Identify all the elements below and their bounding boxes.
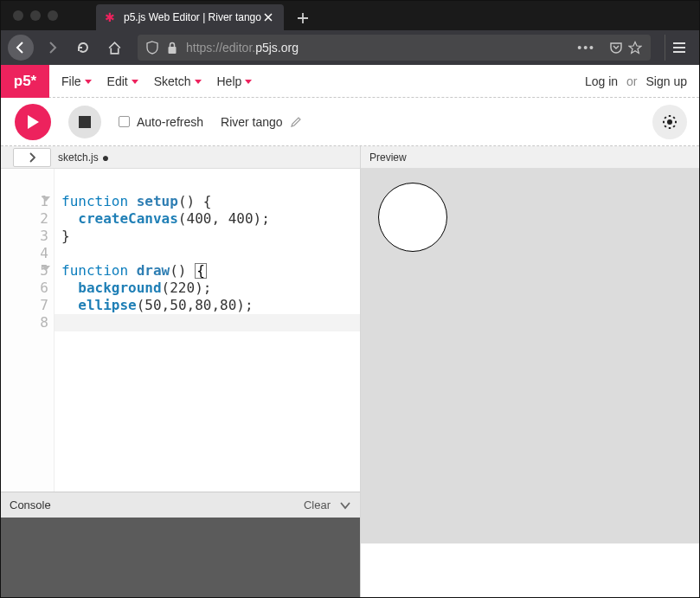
app-toolbar: Auto-refresh River tango bbox=[1, 98, 699, 146]
workspace: sketch.js● 12345678 function setup() { c… bbox=[1, 146, 699, 597]
auto-refresh-label: Auto-refresh bbox=[137, 115, 203, 129]
lock-icon[interactable] bbox=[167, 42, 177, 55]
forward-button[interactable] bbox=[39, 35, 65, 61]
preview-header: Preview bbox=[361, 146, 699, 169]
code-line: background(220); bbox=[61, 280, 270, 297]
new-tab-button[interactable] bbox=[291, 6, 315, 30]
tabstrip: ✱ p5.js Web Editor | River tango bbox=[96, 1, 699, 30]
auto-refresh-toggle[interactable]: Auto-refresh bbox=[119, 115, 203, 129]
console-header: Console Clear bbox=[1, 492, 360, 518]
browser-tab[interactable]: ✱ p5.js Web Editor | River tango bbox=[96, 4, 284, 30]
login-link[interactable]: Log in bbox=[585, 74, 618, 88]
tab-favicon: ✱ bbox=[105, 11, 117, 23]
gutter: 12345678 bbox=[1, 169, 55, 492]
console-collapse-icon[interactable] bbox=[339, 501, 351, 510]
fold-icon[interactable] bbox=[42, 196, 50, 202]
bookmark-star-icon[interactable] bbox=[628, 41, 642, 55]
file-bar: sketch.js● bbox=[1, 146, 360, 169]
preview-column: Preview bbox=[361, 146, 699, 597]
code-line: ellipse(50,50,80,80); bbox=[61, 297, 270, 314]
tab-close-button[interactable] bbox=[261, 10, 275, 24]
fold-icon[interactable] bbox=[42, 266, 50, 271]
pencil-icon bbox=[290, 116, 302, 128]
p5-logo[interactable]: p5* bbox=[1, 65, 49, 98]
caret-down-icon bbox=[195, 80, 202, 84]
minimize-window-button[interactable] bbox=[30, 10, 41, 21]
reload-button[interactable] bbox=[70, 35, 96, 61]
preview-canvas-wrap bbox=[361, 169, 699, 597]
shield-icon[interactable] bbox=[146, 41, 158, 55]
stop-icon bbox=[79, 116, 91, 128]
menu-sketch[interactable]: Sketch bbox=[154, 74, 202, 88]
svg-point-1 bbox=[667, 119, 672, 125]
preview-bottom-band bbox=[361, 543, 699, 597]
hamburger-menu-button[interactable] bbox=[665, 35, 692, 61]
line-number: 6 bbox=[1, 280, 48, 297]
sketch-name-text: River tango bbox=[221, 115, 283, 129]
filename[interactable]: sketch.js● bbox=[58, 151, 109, 164]
caret-down-icon bbox=[245, 80, 252, 84]
svg-rect-0 bbox=[169, 47, 177, 54]
line-number: 8 bbox=[1, 314, 48, 331]
line-number: 5 bbox=[1, 262, 48, 280]
settings-button[interactable] bbox=[652, 105, 687, 139]
url-text: https://editor.p5js.org bbox=[186, 41, 577, 55]
expand-files-button[interactable] bbox=[13, 148, 51, 167]
filename-text: sketch.js bbox=[58, 151, 99, 164]
code-line: function draw() { bbox=[61, 262, 270, 280]
titlebar: ✱ p5.js Web Editor | River tango bbox=[1, 1, 699, 30]
menu-label: Help bbox=[217, 74, 242, 88]
line-number: 3 bbox=[1, 228, 48, 245]
menu-edit[interactable]: Edit bbox=[107, 74, 138, 88]
close-window-button[interactable] bbox=[13, 10, 23, 21]
line-number: 7 bbox=[1, 297, 48, 314]
page-actions-button[interactable]: ••• bbox=[577, 41, 595, 55]
code-line: } bbox=[61, 228, 270, 245]
pocket-icon[interactable] bbox=[609, 42, 623, 54]
sketch-name[interactable]: River tango bbox=[221, 115, 302, 129]
stop-button[interactable] bbox=[68, 106, 101, 138]
editor-column: sketch.js● 12345678 function setup() { c… bbox=[1, 146, 361, 597]
line-number: 1 bbox=[1, 193, 48, 210]
play-button[interactable] bbox=[15, 104, 51, 140]
caret-down-icon bbox=[85, 80, 92, 84]
line-number: 4 bbox=[1, 245, 48, 262]
menu-help[interactable]: Help bbox=[217, 74, 253, 88]
auth-links: Log in or Sign up bbox=[585, 74, 699, 88]
browser-window: ✱ p5.js Web Editor | River tango bbox=[0, 0, 700, 598]
caret-down-icon bbox=[132, 80, 138, 84]
console-body[interactable] bbox=[1, 518, 360, 597]
app-menu: FileEditSketchHelp bbox=[49, 74, 585, 88]
url-box[interactable]: https://editor.p5js.org ••• bbox=[138, 35, 651, 61]
menu-file[interactable]: File bbox=[61, 74, 92, 88]
preview-title: Preview bbox=[369, 151, 407, 164]
maximize-window-button[interactable] bbox=[48, 10, 58, 21]
menu-label: File bbox=[61, 74, 81, 88]
app-topbar: p5* FileEditSketchHelp Log in or Sign up bbox=[1, 65, 699, 98]
code-editor[interactable]: 12345678 function setup() { createCanvas… bbox=[1, 169, 360, 492]
window-controls bbox=[1, 10, 96, 21]
address-bar: https://editor.p5js.org ••• bbox=[1, 30, 699, 65]
app: p5* FileEditSketchHelp Log in or Sign up… bbox=[1, 65, 699, 597]
preview-canvas bbox=[369, 174, 690, 503]
home-button[interactable] bbox=[101, 35, 127, 61]
menu-label: Edit bbox=[107, 74, 128, 88]
auth-or: or bbox=[626, 74, 637, 88]
code-line: createCanvas(400, 400); bbox=[61, 210, 270, 228]
line-number: 2 bbox=[1, 210, 48, 228]
preview-ellipse bbox=[378, 183, 447, 252]
code-line: function setup() { bbox=[61, 193, 270, 210]
back-button[interactable] bbox=[8, 35, 34, 61]
console-clear-button[interactable]: Clear bbox=[304, 498, 331, 511]
menu-label: Sketch bbox=[154, 74, 191, 88]
checkbox-icon bbox=[119, 116, 130, 127]
console-title: Console bbox=[10, 498, 51, 511]
unsaved-indicator-icon: ● bbox=[102, 154, 109, 161]
tab-title: p5.js Web Editor | River tango bbox=[124, 11, 261, 23]
signup-link[interactable]: Sign up bbox=[646, 74, 687, 88]
code-line bbox=[61, 245, 270, 262]
